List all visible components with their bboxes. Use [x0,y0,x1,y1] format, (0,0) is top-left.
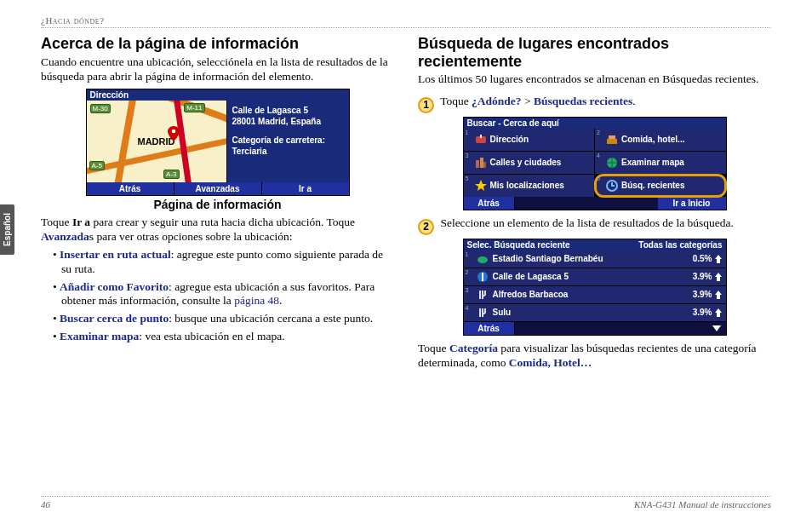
scroll-down-icon[interactable] [712,324,721,332]
svg-rect-7 [483,162,486,168]
food-icon [606,134,618,146]
left-heading: Acerca de la página de información [41,35,394,53]
gps-advanced-button[interactable]: Avanzadas [174,182,262,195]
opt-insert: Insertar en ruta actual: agregue este pu… [53,248,394,277]
results-title-right: Todas las categorías [638,240,722,250]
page-footer: 46 KNA-G431 Manual de instrucciones [41,496,771,509]
opt-favorite: Añadir como Favorito: agregue esta ubica… [53,280,394,309]
results-title-left: Selec. Búsqueda reciente [467,240,570,250]
road-label-m30: M-30 [90,104,111,113]
manual-title: KNA-G431 Manual de instrucciones [634,499,771,509]
svg-rect-2 [480,135,482,138]
svg-point-0 [171,130,175,134]
menu-cell-direcci-n[interactable]: 1Dirección [464,129,595,151]
right-heading: Búsqueda de lugares encontrados reciente… [418,35,771,70]
arrow-icon [715,291,722,299]
result-row[interactable]: 1Estadio Santiago Bernabéu0.5% [464,250,726,268]
road-label-a5: A-5 [89,161,105,170]
map-caption: Página de información [41,198,394,211]
gps-go-button[interactable]: Ir a [262,182,349,195]
menu-cell-calles-y-ciudades[interactable]: 3Calles y ciudades [464,152,595,174]
gps-map-area: M-30 M-11 A-5 A-3 MADRID [87,101,227,182]
menu-cell-comida-hotel-[interactable]: 2Comida, hotel... [595,129,726,151]
menu-home-button[interactable]: Ir a Inicio [658,197,726,210]
road-label-a3: A-3 [163,170,179,179]
gps-info-text: Calle de Lagasca 5 28001 Madrid, España … [227,101,349,182]
arrow-icon [715,273,722,281]
left-intro: Cuando encuentre una ubicación, selecció… [41,55,394,84]
left-goto-paragraph: Toque Ir a para crear y seguir una ruta … [41,215,394,245]
running-head: ¿Hacia dónde? [41,15,771,28]
mailbox-icon [475,134,487,146]
results-back-button[interactable]: Atrás [464,322,515,335]
tail-paragraph: Toque Categoría para visualizar las búsq… [418,341,771,371]
right-column: Búsqueda de lugares encontrados reciente… [418,35,771,374]
fork-icon [477,289,489,301]
menu-title: Buscar - Cerca de aquí [467,118,559,128]
fork-icon [477,307,489,319]
gps-where-to-menu: Buscar - Cerca de aquí 1Dirección2Comida… [463,117,727,210]
menu-cell-b-sq-recientes[interactable]: 6Búsq. recientes [595,175,726,197]
globe-icon [606,157,618,169]
arrow-icon [715,308,722,317]
page-number: 46 [41,499,50,509]
left-column: Acerca de la página de información Cuand… [41,35,394,374]
opt-search-near: Buscar cerca de punto: busque una ubicac… [53,312,394,326]
result-row[interactable]: 2Calle de Lagasca 53.9% [464,268,726,286]
gps-recent-results: Selec. Búsqueda reciente Todas las categ… [463,239,727,336]
right-intro: Los últimos 50 lugares encontrados se al… [418,72,771,86]
svg-rect-5 [476,160,479,168]
gps-back-button[interactable]: Atrás [87,182,174,195]
gps-info-page-screenshot: Dirección M-30 M-11 A-5 A-3 MADRID [86,89,350,196]
svg-rect-12 [482,273,483,281]
menu-cell-mis-localizaciones[interactable]: 5Mis localizaciones [464,175,595,197]
recent-icon [606,180,618,192]
step-1: 1 Toque ¿Adónde? > Búsquedas recientes. [418,94,771,113]
stadium-icon [477,253,489,265]
result-row[interactable]: 4Sulu3.9% [464,304,726,322]
menu-back-button[interactable]: Atrás [464,197,515,210]
advanced-options-list: Insertar en ruta actual: agregue este pu… [53,248,394,344]
svg-point-10 [477,256,488,263]
result-row[interactable]: 3Alfredos Barbacoa3.9% [464,286,726,304]
opt-browse-map: Examinar mapa: vea esta ubicación en el … [53,330,394,344]
map-pin-icon [168,126,180,141]
step-2: 2 Seleccione un elemento de la lista de … [418,216,771,235]
menu-cell-examinar-mapa[interactable]: 4Examinar mapa [595,152,726,174]
step-1-badge: 1 [418,97,434,113]
svg-rect-3 [607,139,617,144]
road-label-m11: M-11 [184,103,204,112]
step-2-badge: 2 [418,219,434,235]
city-icon [475,157,487,169]
svg-rect-4 [609,135,615,139]
road-icon [477,271,489,283]
svg-rect-6 [480,158,483,168]
gps-titlebar: Dirección [87,89,349,101]
star-icon [475,180,487,192]
arrow-icon [715,255,722,263]
page-ref-link[interactable]: página 48 [234,294,279,307]
